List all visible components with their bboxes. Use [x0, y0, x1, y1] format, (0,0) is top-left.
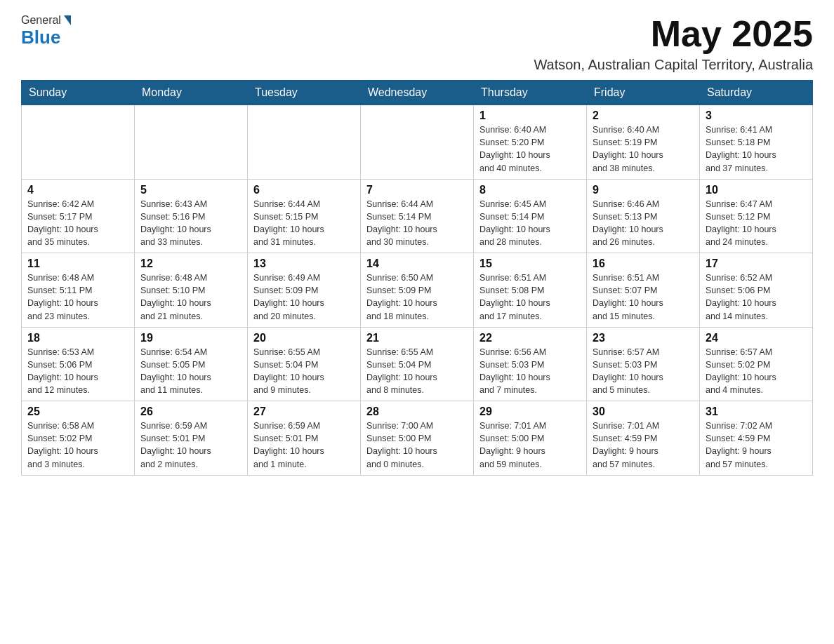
day-info: Sunrise: 6:45 AM Sunset: 5:14 PM Dayligh… [479, 199, 550, 247]
day-number: 24 [706, 332, 807, 344]
calendar-cell: 25Sunrise: 6:58 AM Sunset: 5:02 PM Dayli… [22, 401, 135, 476]
logo-blue-text: Blue [21, 27, 60, 48]
calendar-cell: 2Sunrise: 6:40 AM Sunset: 5:19 PM Daylig… [587, 105, 700, 180]
day-info: Sunrise: 6:43 AM Sunset: 5:16 PM Dayligh… [140, 199, 211, 247]
day-number: 25 [27, 405, 128, 418]
day-number: 2 [593, 109, 694, 122]
calendar-week-3: 11Sunrise: 6:48 AM Sunset: 5:11 PM Dayli… [22, 253, 813, 328]
logo-general-text: General [21, 14, 61, 27]
calendar-cell: 4Sunrise: 6:42 AM Sunset: 5:17 PM Daylig… [22, 179, 135, 253]
day-number: 29 [479, 405, 581, 418]
calendar-cell: 29Sunrise: 7:01 AM Sunset: 5:00 PM Dayli… [474, 401, 587, 476]
location-title: Watson, Australian Capital Territory, Au… [534, 57, 813, 73]
day-info: Sunrise: 6:55 AM Sunset: 5:04 PM Dayligh… [366, 347, 437, 395]
calendar-cell [361, 105, 474, 180]
day-info: Sunrise: 6:58 AM Sunset: 5:02 PM Dayligh… [27, 421, 98, 469]
day-number: 31 [706, 405, 807, 418]
day-number: 15 [479, 257, 581, 270]
calendar-cell: 15Sunrise: 6:51 AM Sunset: 5:08 PM Dayli… [474, 253, 587, 328]
day-number: 11 [27, 257, 128, 270]
day-info: Sunrise: 6:59 AM Sunset: 5:01 PM Dayligh… [253, 421, 324, 469]
calendar-cell: 11Sunrise: 6:48 AM Sunset: 5:11 PM Dayli… [22, 253, 135, 328]
day-number: 9 [593, 184, 694, 196]
calendar-cell: 12Sunrise: 6:48 AM Sunset: 5:10 PM Dayli… [135, 253, 248, 328]
calendar-cell: 5Sunrise: 6:43 AM Sunset: 5:16 PM Daylig… [135, 179, 248, 253]
day-number: 14 [366, 257, 468, 270]
day-number: 1 [479, 109, 581, 122]
calendar-cell: 21Sunrise: 6:55 AM Sunset: 5:04 PM Dayli… [361, 327, 474, 401]
day-info: Sunrise: 7:01 AM Sunset: 5:00 PM Dayligh… [479, 421, 546, 469]
day-info: Sunrise: 6:44 AM Sunset: 5:14 PM Dayligh… [366, 199, 437, 247]
day-info: Sunrise: 7:01 AM Sunset: 4:59 PM Dayligh… [593, 421, 659, 469]
day-info: Sunrise: 6:44 AM Sunset: 5:15 PM Dayligh… [253, 199, 324, 247]
day-info: Sunrise: 6:55 AM Sunset: 5:04 PM Dayligh… [253, 347, 324, 395]
day-info: Sunrise: 6:57 AM Sunset: 5:02 PM Dayligh… [706, 347, 776, 395]
day-number: 8 [479, 184, 581, 196]
calendar-cell: 3Sunrise: 6:41 AM Sunset: 5:18 PM Daylig… [700, 105, 813, 180]
day-number: 6 [253, 184, 355, 196]
calendar-body: 1Sunrise: 6:40 AM Sunset: 5:20 PM Daylig… [22, 105, 813, 476]
weekday-header-row: SundayMondayTuesdayWednesdayThursdayFrid… [22, 81, 813, 105]
calendar-cell: 16Sunrise: 6:51 AM Sunset: 5:07 PM Dayli… [587, 253, 700, 328]
calendar-cell [248, 105, 361, 180]
day-info: Sunrise: 6:51 AM Sunset: 5:08 PM Dayligh… [479, 273, 550, 321]
calendar-week-2: 4Sunrise: 6:42 AM Sunset: 5:17 PM Daylig… [22, 179, 813, 253]
month-title: May 2025 [534, 14, 813, 54]
day-number: 26 [140, 405, 241, 418]
calendar-cell: 9Sunrise: 6:46 AM Sunset: 5:13 PM Daylig… [587, 179, 700, 253]
day-number: 20 [253, 332, 355, 344]
day-number: 12 [140, 257, 241, 270]
calendar-cell: 14Sunrise: 6:50 AM Sunset: 5:09 PM Dayli… [361, 253, 474, 328]
calendar-cell: 31Sunrise: 7:02 AM Sunset: 4:59 PM Dayli… [700, 401, 813, 476]
day-info: Sunrise: 7:02 AM Sunset: 4:59 PM Dayligh… [706, 421, 772, 469]
day-number: 23 [593, 332, 694, 344]
calendar-week-5: 25Sunrise: 6:58 AM Sunset: 5:02 PM Dayli… [22, 401, 813, 476]
day-info: Sunrise: 7:00 AM Sunset: 5:00 PM Dayligh… [366, 421, 437, 469]
calendar-cell: 18Sunrise: 6:53 AM Sunset: 5:06 PM Dayli… [22, 327, 135, 401]
day-number: 16 [593, 257, 694, 270]
weekday-header-wednesday: Wednesday [361, 81, 474, 105]
calendar-cell: 20Sunrise: 6:55 AM Sunset: 5:04 PM Dayli… [248, 327, 361, 401]
calendar-cell: 13Sunrise: 6:49 AM Sunset: 5:09 PM Dayli… [248, 253, 361, 328]
weekday-header-tuesday: Tuesday [248, 81, 361, 105]
weekday-header-friday: Friday [587, 81, 700, 105]
day-info: Sunrise: 6:41 AM Sunset: 5:18 PM Dayligh… [706, 125, 776, 173]
calendar-header: SundayMondayTuesdayWednesdayThursdayFrid… [22, 81, 813, 105]
calendar-cell: 28Sunrise: 7:00 AM Sunset: 5:00 PM Dayli… [361, 401, 474, 476]
day-info: Sunrise: 6:52 AM Sunset: 5:06 PM Dayligh… [706, 273, 776, 321]
day-number: 3 [706, 109, 807, 122]
calendar-cell: 26Sunrise: 6:59 AM Sunset: 5:01 PM Dayli… [135, 401, 248, 476]
day-info: Sunrise: 6:56 AM Sunset: 5:03 PM Dayligh… [479, 347, 550, 395]
calendar-cell: 27Sunrise: 6:59 AM Sunset: 5:01 PM Dayli… [248, 401, 361, 476]
day-info: Sunrise: 6:51 AM Sunset: 5:07 PM Dayligh… [593, 273, 663, 321]
day-info: Sunrise: 6:50 AM Sunset: 5:09 PM Dayligh… [366, 273, 437, 321]
calendar-cell: 10Sunrise: 6:47 AM Sunset: 5:12 PM Dayli… [700, 179, 813, 253]
day-number: 30 [593, 405, 694, 418]
calendar-cell [135, 105, 248, 180]
calendar-cell: 8Sunrise: 6:45 AM Sunset: 5:14 PM Daylig… [474, 179, 587, 253]
weekday-header-sunday: Sunday [22, 81, 135, 105]
day-number: 19 [140, 332, 241, 344]
day-number: 5 [140, 184, 241, 196]
calendar-week-4: 18Sunrise: 6:53 AM Sunset: 5:06 PM Dayli… [22, 327, 813, 401]
day-number: 4 [27, 184, 128, 196]
calendar-cell: 22Sunrise: 6:56 AM Sunset: 5:03 PM Dayli… [474, 327, 587, 401]
calendar-week-1: 1Sunrise: 6:40 AM Sunset: 5:20 PM Daylig… [22, 105, 813, 180]
day-number: 18 [27, 332, 128, 344]
day-number: 28 [366, 405, 468, 418]
calendar-cell: 24Sunrise: 6:57 AM Sunset: 5:02 PM Dayli… [700, 327, 813, 401]
day-number: 7 [366, 184, 468, 196]
calendar-cell [22, 105, 135, 180]
day-number: 22 [479, 332, 581, 344]
calendar-cell: 30Sunrise: 7:01 AM Sunset: 4:59 PM Dayli… [587, 401, 700, 476]
day-info: Sunrise: 6:54 AM Sunset: 5:05 PM Dayligh… [140, 347, 211, 395]
day-info: Sunrise: 6:57 AM Sunset: 5:03 PM Dayligh… [593, 347, 663, 395]
calendar-cell: 1Sunrise: 6:40 AM Sunset: 5:20 PM Daylig… [474, 105, 587, 180]
day-number: 10 [706, 184, 807, 196]
weekday-header-monday: Monday [135, 81, 248, 105]
day-info: Sunrise: 6:48 AM Sunset: 5:10 PM Dayligh… [140, 273, 211, 321]
day-number: 17 [706, 257, 807, 270]
day-info: Sunrise: 6:47 AM Sunset: 5:12 PM Dayligh… [706, 199, 776, 247]
day-number: 27 [253, 405, 355, 418]
day-info: Sunrise: 6:40 AM Sunset: 5:20 PM Dayligh… [479, 125, 550, 173]
